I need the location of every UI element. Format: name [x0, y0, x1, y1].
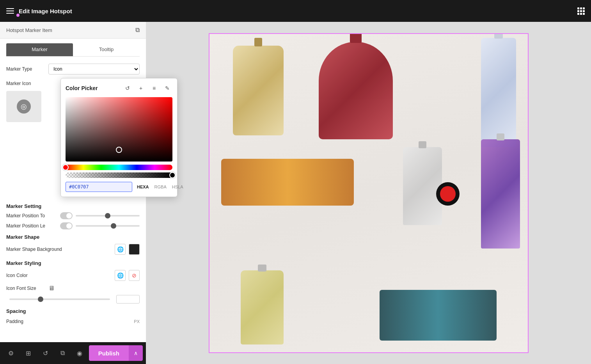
history-icon: ↺ [43, 350, 48, 357]
canvas-area[interactable] [146, 22, 591, 364]
marker-pos-left-slider[interactable] [76, 225, 140, 227]
marker-type-row: Marker Type Icon Text Image [0, 60, 146, 78]
marker-position-top-row: Marker Position To [0, 211, 146, 221]
hue-thumb[interactable] [62, 164, 69, 170]
perfume-bottle-6 [481, 139, 520, 249]
marker-shape-title: Marker Shape [0, 231, 146, 241]
perfume-bottle-4 [221, 159, 354, 206]
bottom-tools: ⚙ ⊞ ↺ ⧉ ◉ [3, 345, 87, 361]
layers-tool-btn[interactable]: ⊞ [20, 345, 36, 361]
icon-font-size-input[interactable] [116, 295, 140, 304]
hotspot-inner [440, 186, 456, 202]
responsive-icon: ⧉ [60, 350, 65, 357]
marker-shape-bg-row: Marker Shape Background 🌐 [0, 241, 146, 257]
marker-icon-preview: ◎ [6, 91, 41, 122]
color-picker-add-btn[interactable]: + [136, 83, 146, 93]
perfume-bottle-1 [233, 46, 284, 135]
spacing-title: Spacing [0, 305, 146, 316]
icon-font-size-slider[interactable] [9, 298, 110, 300]
color-gradient-area[interactable] [66, 97, 146, 162]
globe-icon: 🌐 [117, 246, 124, 252]
format-tabs: HEXA RGBA HSLA [135, 184, 146, 190]
layers-icon: ⊞ [26, 350, 31, 357]
settings-icon: ⚙ [8, 350, 14, 357]
marker-type-select[interactable]: Icon Text Image [48, 64, 140, 75]
perfume-image-bg [209, 34, 528, 352]
publish-button[interactable]: Publish [89, 345, 129, 361]
icon-font-size-label: Icon Font Size [6, 286, 45, 291]
sidebar-header-title: Hotspot Marker Item [6, 27, 52, 33]
marker-pos-top-slider[interactable] [76, 215, 140, 217]
publish-area: Publish ∧ [89, 345, 143, 361]
perfume-bottle-7 [241, 270, 284, 344]
tab-marker[interactable]: Marker [6, 43, 73, 56]
icon-color-row: Icon Color 🌐 ⊘ [0, 268, 146, 283]
icon-font-size-slider-row [0, 293, 146, 305]
bottom-toolbar: ⚙ ⊞ ↺ ⧉ ◉ Publish ∧ [0, 342, 146, 364]
main-layout: Hotspot Marker Item ⧉ Marker Tooltip Mar… [0, 22, 591, 364]
marker-styling-title: Marker Styling [0, 257, 146, 268]
history-tool-btn[interactable]: ↺ [37, 345, 53, 361]
marker-position-left-row: Marker Position Le [0, 221, 146, 231]
color-swatch-btn[interactable] [129, 244, 140, 255]
color-swatch [130, 245, 138, 254]
hotspot-outer [436, 182, 460, 206]
preview-icon: ◉ [77, 350, 82, 357]
hotspot-marker[interactable] [436, 182, 460, 206]
icon-color-slash-icon: ⊘ [132, 272, 137, 279]
gradient-thumb[interactable] [116, 147, 122, 153]
perfume-bottle-3 [481, 38, 516, 147]
hex-row: HEXA RGBA HSLA [66, 182, 146, 192]
color-picker-header: Color Picker ↺ + ≡ ✎ [66, 83, 146, 93]
icon-color-label: Icon Color [6, 273, 112, 278]
page-title: Edit Image Hotspot [19, 8, 72, 14]
color-picker-popup: Color Picker ↺ + ≡ ✎ [60, 78, 146, 197]
cp-tools: ↺ + ≡ ✎ [122, 83, 146, 93]
perfume-bottle-8 [380, 290, 497, 341]
marker-shape-bg-label: Marker Shape Background [6, 247, 112, 252]
marker-pos-top-label: Marker Position To [6, 213, 57, 218]
marker-setting-title: Marker Setting [0, 200, 146, 211]
padding-label: Padding [6, 319, 45, 324]
color-picker-reset-btn[interactable]: ↺ [122, 83, 133, 93]
canvas-image-container [209, 33, 529, 353]
top-bar: Edit Image Hotspot [0, 0, 591, 22]
sidebar-scroll[interactable]: Marker Tooltip Marker Type Icon Text Ima… [0, 39, 146, 342]
icon-font-size-row: Icon Font Size 🖥 [0, 283, 146, 293]
sidebar: Hotspot Marker Item ⧉ Marker Tooltip Mar… [0, 22, 146, 364]
opacity-slider[interactable] [66, 172, 146, 178]
marker-icon-label: Marker Icon [6, 81, 45, 86]
chevron-up-icon: ∧ [134, 350, 138, 356]
padding-row: Padding PX [0, 316, 146, 327]
tab-tooltip[interactable]: Tooltip [73, 43, 140, 56]
apps-icon[interactable] [577, 7, 585, 15]
hamburger-icon[interactable] [6, 8, 14, 14]
monitor-icon: 🖥 [48, 285, 55, 292]
marker-pos-top-toggle[interactable] [60, 212, 73, 219]
hue-slider[interactable] [66, 165, 146, 170]
copy-icon[interactable]: ⧉ [135, 27, 140, 34]
perfume-bottle-2 [319, 42, 393, 139]
marker-pos-left-label: Marker Position Le [6, 223, 57, 229]
marker-type-label: Marker Type [6, 66, 45, 72]
color-picker-title: Color Picker [66, 85, 98, 91]
publish-chevron-btn[interactable]: ∧ [129, 345, 143, 361]
globe-icon-btn[interactable]: 🌐 [115, 244, 126, 255]
padding-unit: PX [134, 319, 140, 324]
settings-tool-btn[interactable]: ⚙ [3, 345, 19, 361]
icon-color-globe-icon: 🌐 [117, 272, 124, 279]
opacity-gradient-overlay [66, 172, 146, 178]
format-hexa[interactable]: HEXA [135, 184, 146, 190]
menu-button[interactable] [6, 8, 14, 14]
preview-tool-btn[interactable]: ◉ [72, 345, 87, 361]
responsive-tool-btn[interactable]: ⧉ [55, 345, 70, 361]
top-bar-left: Edit Image Hotspot [6, 8, 72, 14]
icon-color-slash-btn[interactable]: ⊘ [129, 270, 140, 281]
icon-color-globe-btn[interactable]: 🌐 [115, 270, 126, 281]
tabs-row: Marker Tooltip [6, 43, 140, 57]
sidebar-header: Hotspot Marker Item ⧉ [0, 22, 146, 39]
marker-icon-circle: ◎ [17, 99, 31, 114]
hex-input[interactable] [66, 182, 132, 192]
marker-icon-symbol: ◎ [21, 102, 27, 111]
marker-pos-left-toggle[interactable] [60, 222, 73, 229]
